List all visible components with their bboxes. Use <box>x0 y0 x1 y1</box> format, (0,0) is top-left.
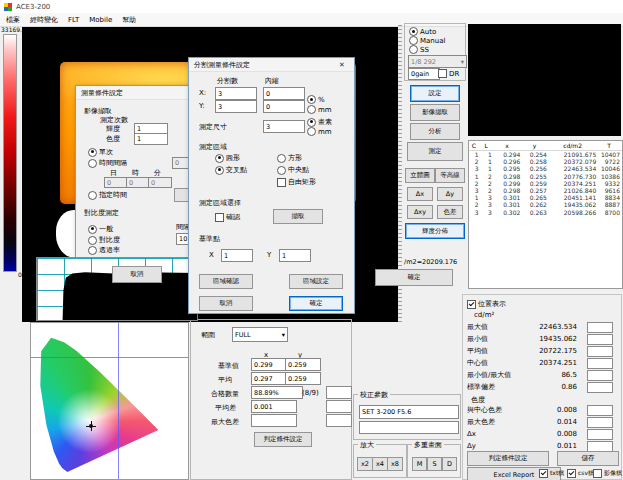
analyze-button[interactable]: 分析 <box>410 123 460 140</box>
pixel-radio[interactable] <box>307 118 316 127</box>
camera-preview[interactable] <box>468 24 621 136</box>
delta-y-button[interactable]: Δy <box>437 187 463 201</box>
csv-file-checkbox[interactable] <box>567 469 576 478</box>
range-dropdown[interactable]: FULL▾ <box>232 327 288 342</box>
grab-button[interactable]: 擷取 <box>273 209 323 224</box>
contour-button[interactable]: 等高線 <box>435 168 465 183</box>
area-set-button[interactable]: 區域設定 <box>289 274 343 289</box>
dialog-split-titlebar[interactable]: 分割測量條件設定 ✕ <box>189 58 354 72</box>
position-display-checkbox[interactable] <box>467 300 476 309</box>
menu-file[interactable]: 檔案 <box>6 15 20 25</box>
chroma-count-input[interactable]: 1 <box>134 133 168 145</box>
judge-settings-button[interactable]: 判定條件設定 <box>467 451 549 466</box>
multi-s-button[interactable]: S <box>427 457 442 471</box>
image-file-checkbox[interactable] <box>593 469 602 478</box>
avg-x-field[interactable]: 0.297 <box>251 372 287 385</box>
col-c: C <box>469 141 480 150</box>
x-inset-input[interactable]: 0 <box>263 87 305 100</box>
circle-radio[interactable] <box>215 154 224 163</box>
save-button[interactable]: 儲存 <box>557 451 619 466</box>
txt-file-checkbox[interactable] <box>539 469 548 478</box>
table-row[interactable]: 2 2 0.299 0.259 20374.251 9332 <box>469 180 622 187</box>
stat-value: 86.5 <box>561 371 577 379</box>
center-point-radio[interactable] <box>277 166 286 175</box>
table-row[interactable]: 3 2 0.298 0.257 21026.840 9616 <box>469 187 622 194</box>
table-row[interactable]: 1 2 0.298 0.255 20776.730 10386 <box>469 173 622 180</box>
table-row[interactable]: 1 1 0.294 0.254 21091.675 10407 <box>469 151 622 158</box>
transmit-radio[interactable] <box>88 246 97 255</box>
mm-radio[interactable] <box>307 105 316 114</box>
zoom-x4-button[interactable]: x4 <box>372 457 388 471</box>
size-mm-radio[interactable] <box>307 127 316 136</box>
grab-image-button[interactable]: 影像擷取 <box>410 104 460 121</box>
percent-radio[interactable] <box>307 95 316 104</box>
title-bar[interactable]: ACE3-200 <box>0 0 623 13</box>
interval-radio[interactable] <box>88 159 97 168</box>
table-row[interactable]: 2 3 0.301 0.262 19435.062 8887 <box>469 201 622 208</box>
ref-x-field[interactable]: 0.299 <box>251 358 287 371</box>
table-row[interactable]: 2 1 0.296 0.258 20372.079 9722 <box>469 158 622 165</box>
split-ok-button[interactable]: 確定 <box>289 296 343 311</box>
base-y-input[interactable]: 1 <box>279 249 311 262</box>
gain-input[interactable]: 0gain <box>408 68 440 80</box>
cell-cdm2: 20776.730 <box>549 173 598 180</box>
measurement-table[interactable]: C L x y cd/m2 T 1 1 0.294 0.254 21091.67… <box>468 140 623 289</box>
menu-flt[interactable]: FLT <box>68 16 79 24</box>
avg-y-field[interactable]: 0.259 <box>285 372 321 385</box>
ref-y-field[interactable]: 0.259 <box>285 358 321 371</box>
dr-checkbox[interactable] <box>438 69 447 78</box>
manual-radio[interactable] <box>409 36 418 45</box>
normal-radio[interactable] <box>88 225 97 234</box>
menu-time-variation[interactable]: 經時變化 <box>30 15 58 25</box>
auto-radio[interactable] <box>409 27 418 36</box>
single-radio[interactable] <box>88 148 97 157</box>
confirm-checkbox[interactable] <box>215 213 224 222</box>
cell-c: 1 <box>469 173 480 180</box>
cross-radio[interactable] <box>215 166 224 175</box>
size-input[interactable]: 3 <box>263 120 305 133</box>
split-cancel-button[interactable]: 取消 <box>199 296 253 311</box>
shutter-dropdown[interactable]: 1/8 292▾ <box>408 55 467 68</box>
measure-button[interactable]: 測定 <box>407 142 463 161</box>
base-x-input[interactable]: 1 <box>221 249 253 262</box>
delta-x-button[interactable]: Δx <box>407 187 433 201</box>
area-confirm-button[interactable]: 區域確認 <box>199 274 253 289</box>
contrast-label: 對比度 <box>99 235 120 245</box>
close-icon[interactable]: ✕ <box>335 59 349 70</box>
range-judge-button[interactable]: 判定條件設定 <box>254 432 312 447</box>
square-radio[interactable] <box>277 154 286 163</box>
specified-time-radio[interactable] <box>88 191 97 200</box>
col-cdm2: cd/m2 <box>549 141 598 150</box>
contrast-radio[interactable] <box>88 236 97 245</box>
stat-label: 最小值/最大值 <box>467 370 511 380</box>
zoom-x2-button[interactable]: x2 <box>357 457 373 471</box>
multi-d-button[interactable]: D <box>442 457 457 471</box>
stereo-button[interactable]: 立體圖 <box>405 168 435 183</box>
table-row[interactable]: 1 3 0.301 0.265 20451.141 8834 <box>469 194 622 201</box>
multi-m-button[interactable]: M <box>412 457 427 471</box>
menu-help[interactable]: 幫助 <box>122 15 136 25</box>
stat-value: 0.008 <box>557 406 577 414</box>
table-row[interactable]: 3 1 0.295 0.256 22463.534 10046 <box>469 165 622 172</box>
hour-input[interactable]: 0 <box>126 177 150 188</box>
zoom-x8-button[interactable]: x8 <box>387 457 403 471</box>
ss-radio[interactable] <box>409 45 418 54</box>
minute-input[interactable]: 0 <box>148 177 172 188</box>
cie-diagram[interactable] <box>30 322 189 480</box>
cell-x: 0.298 <box>494 173 523 180</box>
y-division-input[interactable]: 3 <box>215 100 257 113</box>
menu-mobile[interactable]: Mobile <box>89 16 112 24</box>
luminance-dist-button[interactable]: 輝度分佈 <box>405 223 465 239</box>
free-rect-checkbox[interactable] <box>277 178 286 187</box>
day-input[interactable]: 0 <box>104 177 128 188</box>
settings-button[interactable]: 設定 <box>410 85 460 102</box>
measure-ok-button[interactable]: 確定 <box>375 269 453 286</box>
delta-xy-button[interactable]: Δxy <box>407 205 433 219</box>
calibration-value[interactable]: SET 3-200 F5.6 <box>359 405 459 419</box>
x-division-input[interactable]: 3 <box>215 87 257 100</box>
cell-y: 0.254 <box>522 151 549 158</box>
color-diff-button[interactable]: 色差 <box>437 205 463 219</box>
measure-cancel-button[interactable]: 取消 <box>112 266 162 283</box>
y-inset-input[interactable]: 0 <box>263 100 305 113</box>
table-row[interactable]: 3 3 0.302 0.263 20598.266 8700 <box>469 209 622 216</box>
